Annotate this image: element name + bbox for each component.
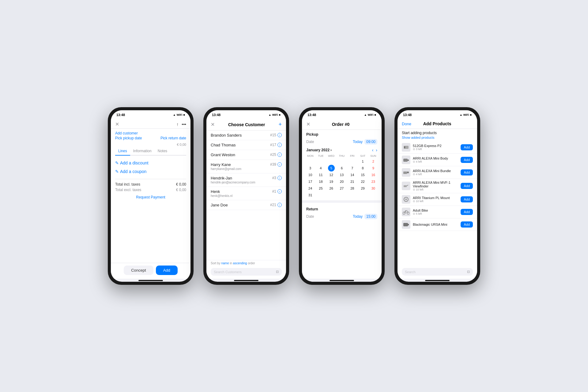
close-icon-2[interactable]: ✕ [211, 122, 215, 127]
add-customer-link[interactable]: Add customer [115, 131, 186, 135]
header-actions: ↑ ••• [176, 122, 186, 127]
order-title: Order #0 [332, 122, 350, 127]
cal-day-20[interactable]: 20 [337, 178, 347, 185]
scan-icon[interactable]: ⊡ [276, 270, 279, 274]
cal-day-3[interactable]: 3 [305, 165, 315, 172]
menu-icon[interactable]: ••• [182, 122, 186, 127]
cal-day-14[interactable]: 14 [347, 172, 357, 178]
cal-day-21[interactable]: 21 [347, 178, 357, 185]
cal-day-24[interactable]: 24 [305, 185, 315, 192]
calendar-days-header: MON TUE WED THU FRI SAT SUN [305, 154, 379, 158]
show-added-link[interactable]: Show added products [398, 136, 477, 141]
day-wed: WED [326, 154, 337, 158]
close-icon-3[interactable]: ✕ [306, 121, 310, 127]
add-coupon-btn[interactable]: ✎ Add a coupon [115, 167, 186, 176]
customer-number-hendrik: #3 [272, 176, 276, 180]
cal-day-13[interactable]: 13 [337, 172, 347, 178]
return-time[interactable]: 15:00 [364, 214, 377, 219]
search-customers-input[interactable]: Search Customers ⊡ [211, 268, 282, 276]
cal-day-17[interactable]: 17 [305, 178, 315, 185]
cal-day-7[interactable]: 7 [347, 165, 357, 172]
product-thumb-ssd [402, 143, 410, 152]
svg-point-5 [407, 172, 409, 173]
cal-day-23[interactable]: 23 [368, 178, 379, 185]
total-excl-row: Total excl. taxes € 0,00 [115, 187, 186, 193]
cal-day-28[interactable]: 28 [347, 185, 357, 192]
cal-day-15[interactable]: 15 [357, 172, 368, 178]
svg-rect-12 [403, 223, 408, 226]
customer-item-grant[interactable]: Grant Weston #25 i [206, 150, 286, 160]
add-btn-pl[interactable]: Add [461, 196, 473, 202]
pick-return-link[interactable]: Pick return date [160, 136, 186, 140]
info-icon-chad[interactable]: i [277, 143, 282, 147]
info-icon-henk[interactable]: i [277, 189, 282, 194]
cal-day-12[interactable]: 12 [326, 172, 337, 178]
cal-day-27[interactable]: 27 [337, 185, 347, 192]
pick-pickup-link[interactable]: Pick pickup date [115, 136, 142, 140]
add-btn-alexa-bundle[interactable]: Add [461, 169, 473, 175]
customer-item-harry[interactable]: Harry Kane harrykane@gmail.com #39 i [206, 160, 286, 173]
prev-month-btn[interactable]: ‹ [372, 148, 374, 153]
add-btn-ssd[interactable]: Add [461, 144, 473, 150]
close-icon-1[interactable]: ✕ [115, 121, 119, 127]
cal-day-6[interactable]: 6 [337, 165, 347, 172]
cal-day-2[interactable]: 2 [368, 158, 379, 165]
clock-icon-pl: ⊙ [413, 200, 415, 203]
cal-day-22[interactable]: 22 [357, 178, 368, 185]
customer-item-henk[interactable]: Henk henk@henkis.nl #1 i [206, 187, 286, 200]
add-button[interactable]: Add [156, 266, 178, 275]
cal-day-1[interactable]: 1 [357, 158, 368, 165]
cal-day-5[interactable]: 5 [328, 165, 335, 172]
cal-day-18[interactable]: 18 [315, 178, 326, 185]
add-btn-alexa-body[interactable]: Add [461, 157, 473, 163]
cal-day-26[interactable]: 26 [326, 185, 337, 192]
info-icon-harry[interactable]: i [277, 162, 282, 167]
tab-notes[interactable]: Notes [155, 147, 170, 155]
cal-day-11[interactable]: 11 [315, 172, 326, 178]
cal-day-31[interactable]: 31 [305, 192, 315, 198]
tab-lines[interactable]: Lines [115, 147, 130, 156]
cal-day-30[interactable]: 30 [368, 185, 379, 192]
cal-day-16[interactable]: 16 [368, 172, 379, 178]
done-button[interactable]: Done [402, 122, 411, 126]
pencil-icon-2: ✎ [115, 169, 119, 174]
scan-icon-products[interactable]: ⊡ [467, 270, 470, 274]
sort-direction[interactable]: ascending [233, 262, 247, 265]
tab-information[interactable]: Information [130, 147, 155, 155]
add-btn-ursa[interactable]: Add [461, 221, 473, 228]
pickup-time[interactable]: 09:00 [364, 139, 377, 145]
share-icon[interactable]: ↑ [176, 122, 179, 127]
add-btn-bike[interactable]: Add [461, 209, 473, 215]
info-icon-brandon[interactable]: i [277, 133, 282, 137]
customer-item-chad[interactable]: Chad Thomas #17 i [206, 140, 286, 150]
customer-item-hendrik[interactable]: Hendrik-Jan hendrik-jan@acmecompany.com … [206, 173, 286, 187]
cal-day-19[interactable]: 19 [326, 178, 337, 185]
products-search-input[interactable]: Search ⊡ [402, 268, 473, 276]
sort-field[interactable]: name [221, 262, 229, 265]
pickup-today[interactable]: Today [353, 140, 363, 144]
add-customer-icon[interactable]: + [278, 121, 282, 128]
cal-day-10[interactable]: 10 [305, 172, 315, 178]
product-stock-alexa-body: ⊙ 4 left [413, 160, 458, 163]
cal-day-9[interactable]: 9 [368, 165, 379, 172]
customer-item-brandon[interactable]: Brandon Sanders #15 i [206, 130, 286, 140]
status-time-1: 13:48 [116, 113, 125, 117]
cal-day-4[interactable]: 4 [315, 165, 326, 172]
cal-day-25[interactable]: 25 [315, 185, 326, 192]
info-icon-grant[interactable]: i [277, 153, 282, 157]
request-payment-btn[interactable]: Request Payment [115, 193, 186, 202]
next-month-btn[interactable]: › [376, 148, 377, 153]
product-stock-pl: ⊙ 10 left [413, 200, 458, 203]
add-discount-btn[interactable]: ✎ Add a discount [115, 159, 186, 167]
home-indicator-1 [138, 280, 163, 281]
add-btn-mvf[interactable]: Add [461, 183, 473, 189]
return-today[interactable]: Today [353, 214, 363, 219]
customer-name-brandon: Brandon Sanders [211, 133, 270, 138]
info-icon-hendrik[interactable]: i [277, 176, 282, 180]
day-thu: THU [337, 154, 347, 158]
cal-day-8[interactable]: 8 [357, 165, 368, 172]
concept-button[interactable]: Concept [124, 266, 153, 275]
customer-item-jane[interactable]: Jane Doe #21 i [206, 200, 286, 210]
cal-day-29[interactable]: 29 [357, 185, 368, 192]
info-icon-jane[interactable]: i [277, 203, 282, 207]
